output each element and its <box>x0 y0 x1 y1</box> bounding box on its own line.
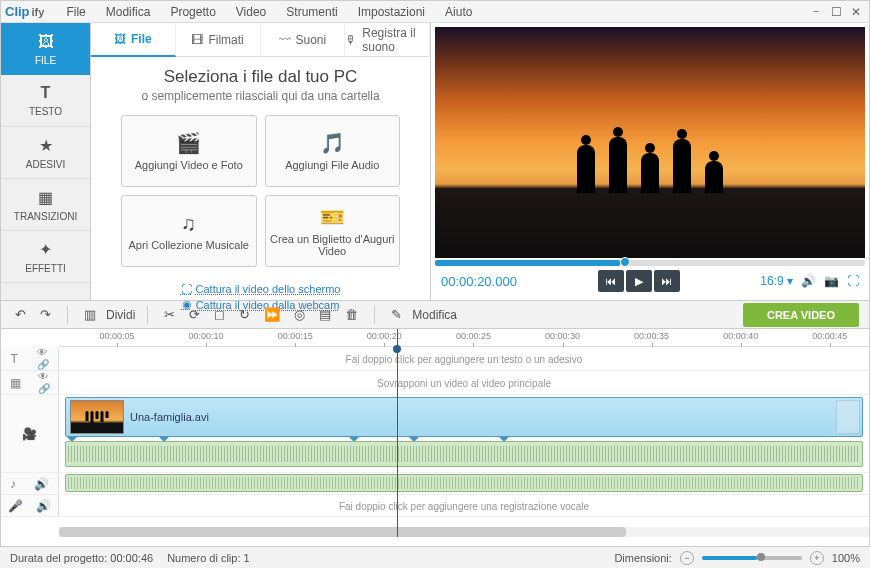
edit-label: Modifica <box>412 308 457 322</box>
crop-button[interactable]: ⟳ <box>185 305 204 324</box>
add-video-photo-button[interactable]: 🎬 Aggiungi Video e Foto <box>121 115 257 187</box>
zoom-in-button[interactable]: + <box>810 551 824 565</box>
text-icon: T <box>41 84 51 102</box>
add-audio-button[interactable]: 🎵 Aggiungi File Audio <box>265 115 401 187</box>
media-panel: 🖼 File 🎞 Filmati 〰 Suoni 🎙 Registra il s… <box>91 23 431 300</box>
mic-icon: 🎙 <box>345 33 357 47</box>
text-track[interactable]: T 👁🔗 Fai doppio click per aggiungere un … <box>1 347 869 371</box>
zoom-out-button[interactable]: − <box>680 551 694 565</box>
redo-button[interactable]: ↷ <box>36 305 55 324</box>
image-icon: 🖼 <box>114 32 126 46</box>
timeline-toolbar: ↶ ↷ ▥ Dividi ✂ ⟳ ◻ ↻ ⏩ ◎ ▤ 🗑 ✎ Modifica … <box>1 301 869 329</box>
audio-track-icon: ♪ <box>10 477 16 491</box>
preview-video[interactable] <box>435 27 865 258</box>
media-panel-subtitle: o semplicemente rilasciali qui da una ca… <box>99 89 422 103</box>
fullscreen-icon[interactable]: ⛶ <box>847 274 859 288</box>
audio-file-icon: 🎵 <box>320 131 345 155</box>
preview-scrubber[interactable] <box>435 260 865 266</box>
menu-file[interactable]: File <box>56 1 95 23</box>
open-music-collection-button[interactable]: ♫ Apri Collezione Musicale <box>121 195 257 267</box>
video-track[interactable]: 🎥 Una-famiglia.avi <box>1 395 869 473</box>
menu-modifica[interactable]: Modifica <box>96 1 161 23</box>
stop-button[interactable]: ◻ <box>210 305 229 324</box>
aspect-ratio-selector[interactable]: 16:9 ▾ <box>760 274 793 288</box>
media-tab-suoni[interactable]: 〰 Suoni <box>261 23 346 57</box>
overlay-track-hint: Sovrapponi un video al video principale <box>59 377 869 388</box>
cut-button[interactable]: ✂ <box>160 305 179 324</box>
audio-clip[interactable] <box>65 474 863 492</box>
undo-button[interactable]: ↶ <box>11 305 30 324</box>
clip-end-thumbnail <box>836 400 860 434</box>
film-icon: 🎞 <box>191 33 203 47</box>
create-ecard-button[interactable]: 🎫 Crea un Biglietto d'Auguri Video <box>265 195 401 267</box>
video-photo-icon: 🎬 <box>176 131 201 155</box>
folder-icon: 🖼 <box>38 33 54 51</box>
project-duration: Durata del progetto: 00:00:46 <box>10 552 153 564</box>
delete-button[interactable]: 🗑 <box>341 305 362 324</box>
video-clip[interactable]: Una-famiglia.avi <box>65 397 863 437</box>
close-button[interactable]: ✕ <box>847 4 865 20</box>
create-video-button[interactable]: CREA VIDEO <box>743 303 859 327</box>
media-tab-registra[interactable]: 🎙 Registra il suono <box>345 23 430 57</box>
voice-track[interactable]: 🎤 🔊 Fai doppio click per aggiungere una … <box>1 495 869 517</box>
sidebar-tab-testo[interactable]: T TESTO <box>1 75 90 127</box>
media-tab-filmati[interactable]: 🎞 Filmati <box>176 23 261 57</box>
snapshot-icon[interactable]: 📷 <box>824 274 839 288</box>
menu-strumenti[interactable]: Strumenti <box>276 1 347 23</box>
text-track-icon: T <box>10 352 17 366</box>
dimensions-label: Dimensioni: <box>614 552 671 564</box>
overlay-track-icon: ▦ <box>10 376 21 390</box>
sidebar-tab-transizioni[interactable]: ▦ TRANSIZIONI <box>1 179 90 231</box>
menu-aiuto[interactable]: Aiuto <box>435 1 482 23</box>
left-sidebar: 🖼 FILE T TESTO ★ ADESIVI ▦ TRANSIZIONI ✦… <box>1 23 91 300</box>
status-bar: Durata del progetto: 00:00:46 Numero di … <box>0 546 870 568</box>
timeline-scrollbar[interactable] <box>59 527 869 537</box>
split-label: Dividi <box>106 308 135 322</box>
volume-icon[interactable]: 🔊 <box>801 274 816 288</box>
time-ruler[interactable]: 00:00:05 00:00:10 00:00:15 00:00:20 00:0… <box>59 329 869 347</box>
play-button[interactable]: ▶ <box>626 270 652 292</box>
visibility-icon[interactable]: 👁 <box>37 347 49 358</box>
text-track-hint: Fai doppio click per aggiungere un testo… <box>59 353 869 364</box>
preview-timecode: 00:00:20.000 <box>441 274 517 289</box>
preview-panel: 00:00:20.000 ⏮ ▶ ⏭ 16:9 ▾ 🔊 📷 ⛶ <box>431 23 869 300</box>
menu-progetto[interactable]: Progetto <box>160 1 225 23</box>
playhead[interactable] <box>397 329 398 537</box>
media-panel-title: Seleziona i file dal tuo PC <box>99 67 422 87</box>
prev-frame-button[interactable]: ⏮ <box>598 270 624 292</box>
sidebar-tab-file[interactable]: 🖼 FILE <box>1 23 90 75</box>
sidebar-tab-adesivi[interactable]: ★ ADESIVI <box>1 127 90 179</box>
next-frame-button[interactable]: ⏭ <box>654 270 680 292</box>
audio-track[interactable]: ♪ 🔊 <box>1 473 869 495</box>
music-collection-icon: ♫ <box>181 212 196 235</box>
sidebar-tab-effetti[interactable]: ✦ EFFETTI <box>1 231 90 283</box>
edit-button[interactable]: ✎ <box>387 305 406 324</box>
clip-count: Numero di clip: 1 <box>167 552 250 564</box>
mute-icon[interactable]: 🔊 <box>34 477 49 491</box>
clip-audio-waveform[interactable] <box>65 441 863 467</box>
enhance-button[interactable]: ◎ <box>290 305 309 324</box>
speed-button[interactable]: ⏩ <box>260 305 284 324</box>
star-icon: ★ <box>39 136 53 155</box>
media-tab-file[interactable]: 🖼 File <box>91 23 176 57</box>
menu-impostazioni[interactable]: Impostazioni <box>348 1 435 23</box>
zoom-slider[interactable] <box>702 556 802 560</box>
split-button[interactable]: ▥ <box>80 305 100 324</box>
color-button[interactable]: ▤ <box>315 305 335 324</box>
overlay-track[interactable]: ▦ 👁🔗 Sovrapponi un video al video princi… <box>1 371 869 395</box>
voice-track-hint: Fai doppio click per aggiungere una regi… <box>59 500 869 511</box>
capture-screen-link[interactable]: ⛶ Cattura il video dello schermo <box>181 283 341 295</box>
visibility-icon[interactable]: 👁 <box>38 371 50 382</box>
video-track-icon: 🎥 <box>22 427 37 441</box>
zoom-percentage: 100% <box>832 552 860 564</box>
maximize-button[interactable]: ☐ <box>827 4 845 20</box>
clip-name: Una-famiglia.avi <box>130 411 209 423</box>
effects-icon: ✦ <box>39 240 52 259</box>
mute-icon[interactable]: 🔊 <box>36 499 51 513</box>
link-icon[interactable]: 🔗 <box>37 359 49 370</box>
minimize-button[interactable]: － <box>807 4 825 20</box>
menu-video[interactable]: Video <box>226 1 276 23</box>
rotate-button[interactable]: ↻ <box>235 305 254 324</box>
clip-thumbnail <box>70 400 124 434</box>
link-icon[interactable]: 🔗 <box>38 383 50 394</box>
